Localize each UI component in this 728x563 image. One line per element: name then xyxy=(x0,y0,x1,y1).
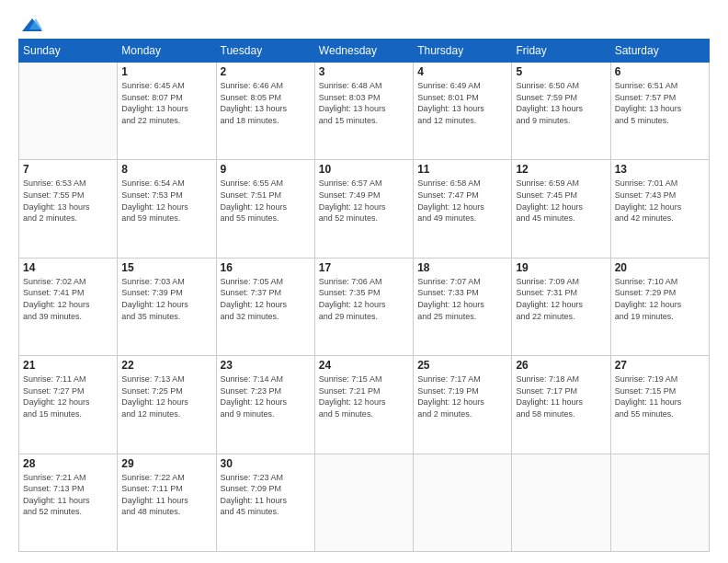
calendar-cell: 18Sunrise: 7:07 AM Sunset: 7:33 PM Dayli… xyxy=(414,258,512,355)
day-number: 11 xyxy=(417,163,507,176)
weekday-header-monday: Monday xyxy=(118,40,216,63)
day-number: 27 xyxy=(615,359,705,372)
calendar-cell: 11Sunrise: 6:58 AM Sunset: 7:47 PM Dayli… xyxy=(414,160,512,258)
day-number: 2 xyxy=(221,65,311,78)
calendar-cell: 23Sunrise: 7:14 AM Sunset: 7:23 PM Dayli… xyxy=(216,356,314,454)
day-number: 30 xyxy=(221,457,311,470)
calendar-cell: 21Sunrise: 7:11 AM Sunset: 7:27 PM Dayli… xyxy=(19,356,118,454)
day-info: Sunrise: 7:21 AM Sunset: 7:13 PM Dayligh… xyxy=(23,472,113,518)
day-info: Sunrise: 6:54 AM Sunset: 7:53 PM Dayligh… xyxy=(121,178,211,224)
day-number: 24 xyxy=(319,359,409,372)
day-info: Sunrise: 7:10 AM Sunset: 7:29 PM Dayligh… xyxy=(615,276,705,322)
week-row-2: 7Sunrise: 6:53 AM Sunset: 7:55 PM Daylig… xyxy=(19,160,710,258)
day-info: Sunrise: 6:48 AM Sunset: 8:03 PM Dayligh… xyxy=(319,80,409,126)
day-number: 12 xyxy=(516,163,606,176)
calendar-cell: 14Sunrise: 7:02 AM Sunset: 7:41 PM Dayli… xyxy=(19,258,118,355)
week-row-1: 1Sunrise: 6:45 AM Sunset: 8:07 PM Daylig… xyxy=(19,63,710,160)
day-info: Sunrise: 6:58 AM Sunset: 7:47 PM Dayligh… xyxy=(417,178,507,224)
day-info: Sunrise: 7:18 AM Sunset: 7:17 PM Dayligh… xyxy=(516,373,606,419)
week-row-3: 14Sunrise: 7:02 AM Sunset: 7:41 PM Dayli… xyxy=(19,258,710,355)
calendar-cell: 12Sunrise: 6:59 AM Sunset: 7:45 PM Dayli… xyxy=(512,160,610,258)
day-info: Sunrise: 6:51 AM Sunset: 7:57 PM Dayligh… xyxy=(615,80,705,126)
day-number: 14 xyxy=(23,261,113,274)
day-info: Sunrise: 7:03 AM Sunset: 7:39 PM Dayligh… xyxy=(121,276,211,322)
calendar-cell: 22Sunrise: 7:13 AM Sunset: 7:25 PM Dayli… xyxy=(118,356,216,454)
day-number: 16 xyxy=(221,261,311,274)
day-info: Sunrise: 7:19 AM Sunset: 7:15 PM Dayligh… xyxy=(615,373,705,419)
weekday-header-row: SundayMondayTuesdayWednesdayThursdayFrid… xyxy=(19,40,710,63)
calendar-cell xyxy=(512,454,610,551)
day-number: 25 xyxy=(417,359,507,372)
weekday-header-wednesday: Wednesday xyxy=(314,40,413,63)
calendar-cell: 4Sunrise: 6:49 AM Sunset: 8:01 PM Daylig… xyxy=(414,63,512,160)
day-number: 23 xyxy=(221,359,311,372)
calendar-cell: 16Sunrise: 7:05 AM Sunset: 7:37 PM Dayli… xyxy=(216,258,314,355)
calendar-cell: 10Sunrise: 6:57 AM Sunset: 7:49 PM Dayli… xyxy=(314,160,413,258)
day-info: Sunrise: 6:55 AM Sunset: 7:51 PM Dayligh… xyxy=(221,178,311,224)
day-number: 13 xyxy=(615,163,705,176)
calendar-cell: 30Sunrise: 7:23 AM Sunset: 7:09 PM Dayli… xyxy=(216,454,314,551)
calendar-cell: 15Sunrise: 7:03 AM Sunset: 7:39 PM Dayli… xyxy=(118,258,216,355)
day-number: 29 xyxy=(121,457,211,470)
weekday-header-saturday: Saturday xyxy=(610,40,709,63)
day-info: Sunrise: 6:57 AM Sunset: 7:49 PM Dayligh… xyxy=(319,178,409,224)
day-info: Sunrise: 7:07 AM Sunset: 7:33 PM Dayligh… xyxy=(417,276,507,322)
day-number: 7 xyxy=(23,163,113,176)
day-info: Sunrise: 6:45 AM Sunset: 8:07 PM Dayligh… xyxy=(121,80,211,126)
day-number: 26 xyxy=(516,359,606,372)
day-info: Sunrise: 7:15 AM Sunset: 7:21 PM Dayligh… xyxy=(319,373,409,419)
calendar-cell xyxy=(610,454,709,551)
calendar-cell xyxy=(414,454,512,551)
day-info: Sunrise: 7:02 AM Sunset: 7:41 PM Dayligh… xyxy=(23,276,113,322)
day-number: 19 xyxy=(516,261,606,274)
weekday-header-thursday: Thursday xyxy=(414,40,512,63)
day-info: Sunrise: 6:53 AM Sunset: 7:55 PM Dayligh… xyxy=(23,178,113,224)
day-number: 22 xyxy=(121,359,211,372)
day-number: 17 xyxy=(319,261,409,274)
day-number: 6 xyxy=(615,65,705,78)
day-number: 9 xyxy=(221,163,311,176)
day-info: Sunrise: 6:59 AM Sunset: 7:45 PM Dayligh… xyxy=(516,178,606,224)
day-number: 8 xyxy=(121,163,211,176)
calendar-cell: 28Sunrise: 7:21 AM Sunset: 7:13 PM Dayli… xyxy=(19,454,118,551)
calendar-cell: 5Sunrise: 6:50 AM Sunset: 7:59 PM Daylig… xyxy=(512,63,610,160)
logo xyxy=(18,17,42,29)
header xyxy=(18,17,710,29)
calendar-cell xyxy=(314,454,413,551)
calendar-cell: 2Sunrise: 6:46 AM Sunset: 8:05 PM Daylig… xyxy=(216,63,314,160)
calendar-cell xyxy=(19,63,118,160)
calendar-cell: 7Sunrise: 6:53 AM Sunset: 7:55 PM Daylig… xyxy=(19,160,118,258)
calendar-cell: 9Sunrise: 6:55 AM Sunset: 7:51 PM Daylig… xyxy=(216,160,314,258)
day-info: Sunrise: 6:46 AM Sunset: 8:05 PM Dayligh… xyxy=(221,80,311,126)
week-row-5: 28Sunrise: 7:21 AM Sunset: 7:13 PM Dayli… xyxy=(19,454,710,551)
day-number: 15 xyxy=(121,261,211,274)
day-number: 5 xyxy=(516,65,606,78)
day-info: Sunrise: 7:05 AM Sunset: 7:37 PM Dayligh… xyxy=(221,276,311,322)
weekday-header-friday: Friday xyxy=(512,40,610,63)
day-info: Sunrise: 6:49 AM Sunset: 8:01 PM Dayligh… xyxy=(417,80,507,126)
day-number: 21 xyxy=(23,359,113,372)
day-info: Sunrise: 7:14 AM Sunset: 7:23 PM Dayligh… xyxy=(221,373,311,419)
calendar-cell: 19Sunrise: 7:09 AM Sunset: 7:31 PM Dayli… xyxy=(512,258,610,355)
day-number: 3 xyxy=(319,65,409,78)
day-info: Sunrise: 7:06 AM Sunset: 7:35 PM Dayligh… xyxy=(319,276,409,322)
calendar-cell: 6Sunrise: 6:51 AM Sunset: 7:57 PM Daylig… xyxy=(610,63,709,160)
calendar-cell: 29Sunrise: 7:22 AM Sunset: 7:11 PM Dayli… xyxy=(118,454,216,551)
calendar-cell: 27Sunrise: 7:19 AM Sunset: 7:15 PM Dayli… xyxy=(610,356,709,454)
day-number: 10 xyxy=(319,163,409,176)
day-number: 20 xyxy=(615,261,705,274)
day-number: 28 xyxy=(23,457,113,470)
calendar-cell: 25Sunrise: 7:17 AM Sunset: 7:19 PM Dayli… xyxy=(414,356,512,454)
calendar-cell: 17Sunrise: 7:06 AM Sunset: 7:35 PM Dayli… xyxy=(314,258,413,355)
day-number: 4 xyxy=(417,65,507,78)
day-number: 1 xyxy=(121,65,211,78)
calendar-cell: 24Sunrise: 7:15 AM Sunset: 7:21 PM Dayli… xyxy=(314,356,413,454)
weekday-header-sunday: Sunday xyxy=(19,40,118,63)
day-info: Sunrise: 7:17 AM Sunset: 7:19 PM Dayligh… xyxy=(417,373,507,419)
calendar-cell: 1Sunrise: 6:45 AM Sunset: 8:07 PM Daylig… xyxy=(118,63,216,160)
week-row-4: 21Sunrise: 7:11 AM Sunset: 7:27 PM Dayli… xyxy=(19,356,710,454)
calendar-cell: 3Sunrise: 6:48 AM Sunset: 8:03 PM Daylig… xyxy=(314,63,413,160)
calendar-cell: 20Sunrise: 7:10 AM Sunset: 7:29 PM Dayli… xyxy=(610,258,709,355)
logo-icon xyxy=(22,17,42,33)
calendar-cell: 8Sunrise: 6:54 AM Sunset: 7:53 PM Daylig… xyxy=(118,160,216,258)
